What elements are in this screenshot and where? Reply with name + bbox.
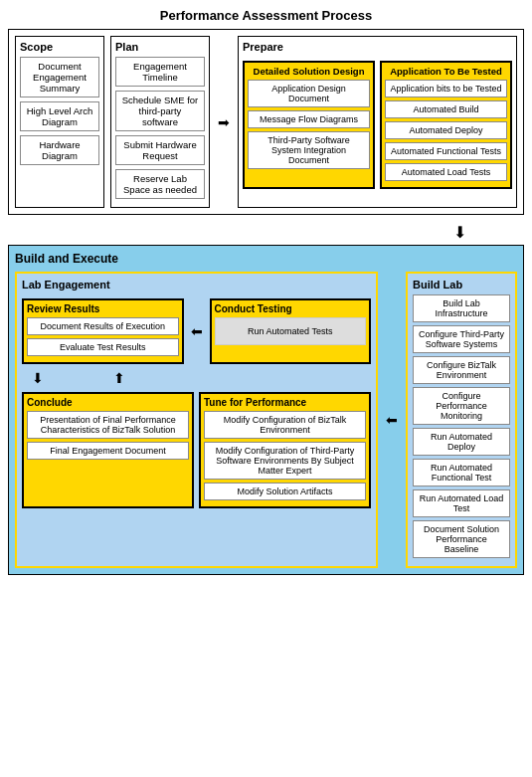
- bl-item-4: Configure Performance Monitoring: [413, 387, 510, 425]
- detailed-design-label: Detailed Solution Design: [248, 66, 370, 77]
- bl-item-3: Configure BizTalk Environment: [413, 356, 510, 384]
- lab-engagement: Lab Engagement Review Results Document R…: [15, 272, 378, 568]
- plan-item-2: Schedule SME for third-party software: [115, 91, 205, 131]
- app-item-5: Automated Load Tests: [385, 163, 507, 181]
- top-to-bottom-arrow: ⬇: [8, 223, 524, 242]
- app-to-be-tested: Application To Be Tested Application bit…: [380, 61, 512, 189]
- scope-label: Scope: [20, 41, 99, 53]
- rr-down-arrow: ⬇ ⬆: [22, 370, 371, 386]
- bl-item-8: Document Solution Performance Baseline: [413, 520, 510, 558]
- lab-top-row: Review Results Document Results of Execu…: [22, 298, 371, 364]
- prepare-column: Prepare Detailed Solution Design Applica…: [238, 36, 517, 208]
- plan-label: Plan: [115, 41, 205, 53]
- conclude-item-1: Presentation of Final Performance Charac…: [27, 411, 189, 439]
- plan-to-prepare-arrow: ➡: [216, 36, 232, 208]
- design-item-1: Application Design Document: [248, 80, 370, 107]
- plan-item-1: Engagement Timeline: [115, 57, 205, 87]
- bl-to-ct-arrow: ⬅: [384, 272, 400, 568]
- plan-item-4: Reserve Lab Space as needed: [115, 169, 205, 199]
- scope-item-1: Document Engagement Summary: [20, 57, 99, 97]
- review-results-title: Review Results: [27, 303, 179, 314]
- arrow-down-icon-2: ⬇: [32, 370, 44, 386]
- bl-item-6: Run Automated Functional Test: [413, 459, 510, 486]
- conduct-testing: Conduct Testing Run Automated Tests: [210, 298, 372, 364]
- bl-item-7: Run Automated Load Test: [413, 489, 510, 517]
- arrow-right-icon: ➡: [218, 114, 230, 130]
- bl-item-2: Configure Third-Party Software Systems: [413, 325, 510, 353]
- tune-item-3: Modify Solution Artifacts: [204, 483, 366, 500]
- design-item-2: Message Flow Diagrams: [248, 110, 370, 128]
- ct-item-1: Run Automated Tests: [215, 317, 367, 345]
- rr-item-1: Document Results of Execution: [27, 317, 179, 335]
- scope-item-3: Hardware Diagram: [20, 135, 99, 165]
- arrow-down-icon: ⬇: [453, 224, 466, 241]
- app-item-4: Automated Functional Tests: [385, 142, 507, 160]
- app-item-2: Automated Build: [385, 100, 507, 118]
- rr-item-2: Evaluate Test Results: [27, 338, 179, 356]
- ct-to-rr-arrow: ⬅: [189, 298, 205, 364]
- lab-bottom-row: Conclude Presentation of Final Performan…: [22, 392, 371, 508]
- plan-item-3: Submit Hardware Request: [115, 135, 205, 165]
- tune-item-2: Modify Configuration of Third-Party Soft…: [204, 442, 366, 480]
- app-item-1: Application bits to be Tested: [385, 80, 507, 97]
- plan-column: Plan Engagement Timeline Schedule SME fo…: [110, 36, 210, 208]
- bl-item-5: Run Automated Deploy: [413, 428, 510, 456]
- arrow-left-icon: ⬅: [191, 323, 203, 339]
- conduct-testing-title: Conduct Testing: [215, 303, 367, 314]
- scope-item-2: High Level Arch Diagram: [20, 101, 99, 131]
- arrow-left-icon-2: ⬅: [386, 412, 398, 428]
- tune-perf: Tune for Performance Modify Configuratio…: [199, 392, 371, 508]
- top-section: Scope Document Engagement Summary High L…: [8, 29, 524, 215]
- detailed-design: Detailed Solution Design Application Des…: [243, 61, 375, 189]
- scope-column: Scope Document Engagement Summary High L…: [15, 36, 104, 208]
- bottom-title: Build and Execute: [15, 252, 517, 266]
- prepare-label: Prepare: [243, 41, 512, 53]
- build-lab: Build Lab Build Lab Infrastructure Confi…: [406, 272, 517, 568]
- prepare-inner: Detailed Solution Design Application Des…: [243, 61, 512, 189]
- conclude-item-2: Final Engagement Document: [27, 442, 189, 460]
- conclude: Conclude Presentation of Final Performan…: [22, 392, 194, 508]
- bottom-section: Build and Execute Lab Engagement Review …: [8, 245, 524, 575]
- page-title: Performance Assessment Process: [8, 8, 524, 23]
- tune-item-1: Modify Configuration of BizTalk Environm…: [204, 411, 366, 439]
- conclude-title: Conclude: [27, 397, 189, 408]
- review-results: Review Results Document Results of Execu…: [22, 298, 184, 364]
- tune-perf-title: Tune for Performance: [204, 397, 366, 408]
- arrow-up-icon: ⬆: [113, 370, 125, 386]
- design-item-3: Third-Party Software System Integration …: [248, 131, 370, 169]
- app-item-3: Automated Deploy: [385, 121, 507, 139]
- app-test-label: Application To Be Tested: [385, 66, 507, 77]
- bl-item-1: Build Lab Infrastructure: [413, 294, 510, 322]
- build-lab-title: Build Lab: [413, 279, 510, 291]
- bottom-inner: Lab Engagement Review Results Document R…: [15, 272, 517, 568]
- lab-engagement-title: Lab Engagement: [22, 279, 371, 291]
